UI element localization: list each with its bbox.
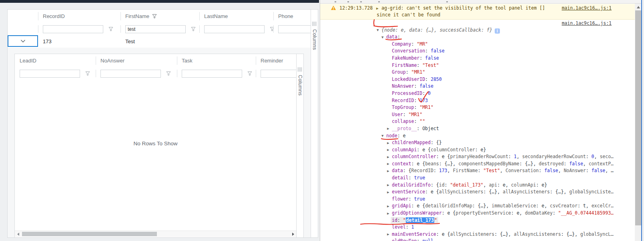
console-tree-row[interactable]: Conversation: false <box>320 48 635 55</box>
expand-arrow-icon[interactable]: ▼ <box>381 34 386 41</box>
phone-filter-input[interactable] <box>278 25 311 33</box>
cell-firstname[interactable]: Test <box>120 35 199 48</box>
expand-arrow-icon[interactable]: ▶ <box>387 182 392 189</box>
console-tree-row[interactable]: id: "detail_173" <box>320 217 635 224</box>
noanswer-filter-input[interactable] <box>100 70 161 78</box>
console-tree-row[interactable]: ▶eventService: e {allSyncListeners: {…},… <box>320 189 635 196</box>
expand-arrow-icon[interactable]: ▶ <box>387 140 392 147</box>
console-tree-row[interactable]: flower: true <box>320 196 635 203</box>
master-columns-tab[interactable]: Columns <box>311 22 318 50</box>
leadid-filter-input[interactable] <box>20 70 80 78</box>
scroll-left-button[interactable] <box>15 231 21 237</box>
column-header-firstname[interactable]: FirstName <box>120 10 199 23</box>
expand-arrow-icon[interactable]: ▶ <box>387 189 392 196</box>
console-tree-row[interactable]: oldRowTop: null <box>320 238 635 241</box>
expand-arrow-icon[interactable]: ▶ <box>387 147 392 153</box>
column-header-lastname[interactable]: LastName <box>199 10 273 23</box>
console-tree-row[interactable]: FakeNumber: false <box>320 55 635 62</box>
console-tree-row[interactable]: Group: "MR1" <box>320 69 635 76</box>
console-tree-row[interactable]: ProcessedID: 0 <box>320 90 635 97</box>
expand-arrow-icon[interactable]: ▶ <box>387 203 392 210</box>
expand-arrow-icon[interactable]: ▶ <box>387 168 392 175</box>
expand-arrow-icon[interactable]: ▼ <box>381 133 386 139</box>
column-header-recordid[interactable]: RecordID <box>38 10 120 23</box>
console-tree-row[interactable]: ▶columnController: e {primaryHeaderRowCo… <box>320 153 635 161</box>
scroll-up-button[interactable] <box>635 4 642 10</box>
console-tree-row[interactable]: level: 1 <box>320 224 635 231</box>
expand-arrow-icon[interactable]: ▶ <box>387 154 392 161</box>
filter-funnel-icon[interactable] <box>85 71 90 76</box>
expand-arrow-icon[interactable]: ▶ <box>387 161 392 167</box>
console-warning-entry[interactable]: 12:29:13.728▶ag-grid: can't set the visi… <box>320 4 635 20</box>
column-header-label: Phone <box>278 13 293 19</box>
console-tree-row[interactable]: ▶mainEventService: e {allSyncListeners: … <box>320 231 635 238</box>
filter-cell-firstname <box>120 23 199 35</box>
scrollbar-thumb[interactable] <box>635 10 641 225</box>
console-token: LockedUserID <box>392 76 425 82</box>
console-token: allSyncListeners <box>450 231 494 237</box>
row-expander-cell[interactable] <box>8 35 38 47</box>
console-tree-row[interactable]: FirstName: "Test" <box>320 62 635 69</box>
cell-recordid[interactable]: 173 <box>38 35 120 48</box>
filter-funnel-icon[interactable] <box>270 27 273 31</box>
scrollbar-thumb[interactable] <box>22 232 157 236</box>
console-token: : <box>445 182 450 188</box>
console-tree-row[interactable]: ▶data: {RecordID: 173, FirstName: "Test"… <box>320 167 635 175</box>
expand-arrow-icon[interactable]: ▼ <box>377 27 381 34</box>
recordid-filter-input[interactable] <box>43 25 103 33</box>
filter-funnel-icon[interactable] <box>247 71 252 76</box>
reminder-filter-input[interactable] <box>261 70 296 78</box>
console-tree-row[interactable]: ▼node: e <box>320 133 635 140</box>
console-tree-row[interactable]: LockedUserID: 2850 <box>320 76 635 83</box>
console-tree-row[interactable]: ▶gridApi: e {detailGridInfoMap: {…}, imm… <box>320 203 635 210</box>
console-tree-row[interactable]: ▶context: e {beans: {…}, componentsMappe… <box>320 161 635 168</box>
active-filter-icon[interactable] <box>152 14 157 18</box>
console-tree-row[interactable]: ▶detailGridInfo: {id: "detail_173", api:… <box>320 182 635 189</box>
expand-arrow-icon[interactable]: ▶ <box>387 125 392 132</box>
console-token: : <box>417 62 422 68</box>
console-tree-row[interactable]: ▶columnApi: e {columnController: e} <box>320 147 635 154</box>
console-token: : <box>411 203 417 209</box>
firstname-filter-input[interactable] <box>125 25 186 33</box>
column-header-task[interactable]: Task <box>177 54 256 67</box>
column-header-leadid[interactable]: LeadID <box>15 54 96 67</box>
expand-arrow-icon[interactable]: ▶ <box>387 210 392 217</box>
horizontal-scrollbar[interactable] <box>15 231 296 237</box>
console-tree-row[interactable]: ▼{node: e, data: {…}, successCallback: f… <box>320 27 635 34</box>
console-tree-row[interactable]: collapse: "" <box>320 118 635 125</box>
console-token: , <box>583 161 589 167</box>
console-tree-row[interactable]: RecordID: 173 <box>320 97 635 104</box>
lastname-filter-input[interactable] <box>204 25 265 33</box>
console-tree-row[interactable]: TopGroup: "MR1" <box>320 104 635 111</box>
expand-arrow-icon[interactable]: ▶ <box>387 231 392 238</box>
source-link[interactable]: main.1ac9c16….js:1 <box>562 20 612 27</box>
source-link[interactable]: main.1ac9c16….js:1 <box>562 5 612 11</box>
console-tree-row[interactable]: User: "MR1" <box>320 111 635 118</box>
console-tree-row[interactable]: Company: "MR" <box>320 41 635 48</box>
column-header-expander <box>8 10 38 23</box>
console-tree-row[interactable]: detail: true <box>320 175 635 182</box>
master-grid-data-row[interactable]: 173Test <box>8 35 311 48</box>
console-log-entry[interactable]: 12:29:13.739 getDetailRowData main.1ac9c… <box>320 20 635 27</box>
console-tree-row[interactable]: ▼data: <box>320 34 635 41</box>
console-tree-row[interactable]: ▶__proto__: Object <box>320 125 635 133</box>
vertical-scrollbar[interactable] <box>635 4 642 241</box>
scroll-right-button[interactable] <box>290 231 296 237</box>
console-tree-row[interactable]: ▶childrenMapped: {} <box>320 139 635 147</box>
column-header-phone[interactable]: Phone <box>273 10 311 23</box>
filter-funnel-icon[interactable] <box>108 27 113 31</box>
expand-arrow-icon[interactable]: ▶ <box>376 5 381 12</box>
console-token: { <box>450 210 455 216</box>
filter-funnel-icon[interactable] <box>166 71 171 76</box>
filter-funnel-icon[interactable] <box>191 27 196 31</box>
column-header-reminder[interactable]: Reminder <box>256 54 296 67</box>
console-token: : <box>406 224 411 230</box>
detail-columns-tab[interactable]: Columns <box>297 67 303 96</box>
column-header-noanswer[interactable]: NoAnswer <box>96 54 177 67</box>
console-token: t <box>583 203 586 209</box>
console-tree-row[interactable]: ▶gridOptionsWrapper: e {propertyEventSer… <box>320 210 635 217</box>
console-tree-row[interactable]: NoAnswer: false <box>320 83 635 90</box>
info-icon[interactable]: i <box>495 28 500 34</box>
task-filter-input[interactable] <box>182 70 242 78</box>
console-token: : <box>433 168 439 173</box>
